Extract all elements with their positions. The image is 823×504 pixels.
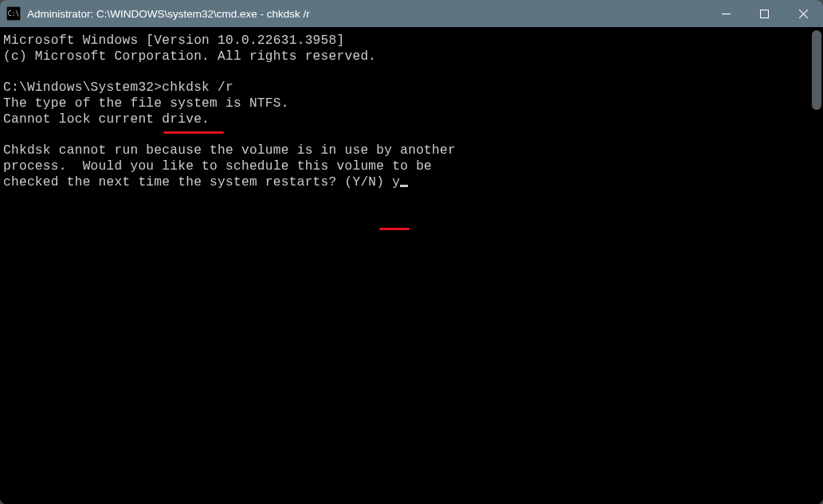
titlebar[interactable]: C:\ Administrator: C:\WINDOWS\system32\c…: [0, 0, 823, 27]
terminal-output[interactable]: Microsoft Windows [Version 10.0.22631.39…: [0, 27, 823, 504]
cursor: [400, 185, 408, 187]
window-title: Administrator: C:\WINDOWS\system32\cmd.e…: [27, 8, 707, 20]
user-input: y: [392, 175, 400, 189]
minimize-icon: [722, 10, 731, 18]
close-icon: [799, 10, 808, 18]
minimize-button[interactable]: [707, 0, 745, 27]
output-line: checked the next time the system restart…: [3, 175, 392, 189]
prompt-text: C:\Windows\System32>: [3, 80, 162, 95]
maximize-button[interactable]: [745, 0, 783, 27]
output-line: Chkdsk cannot run because the volume is …: [3, 143, 456, 158]
scrollbar-thumb[interactable]: [812, 30, 821, 110]
command-text: chkdsk /r: [162, 80, 233, 95]
maximize-icon: [760, 10, 769, 18]
scrollbar[interactable]: [810, 30, 821, 501]
content-area: Microsoft Windows [Version 10.0.22631.39…: [0, 27, 823, 504]
copyright-line: (c) Microsoft Corporation. All rights re…: [3, 49, 376, 64]
cmd-icon: C:\: [6, 6, 21, 21]
annotation-underline: [379, 228, 410, 230]
close-button[interactable]: [783, 0, 823, 27]
svg-rect-1: [760, 10, 768, 18]
output-line: The type of the file system is NTFS.: [3, 96, 289, 111]
output-line: process. Would you like to schedule this…: [3, 159, 432, 174]
cmd-window: C:\ Administrator: C:\WINDOWS\system32\c…: [0, 0, 823, 504]
version-line: Microsoft Windows [Version 10.0.22631.39…: [3, 33, 344, 48]
annotation-underline: [163, 131, 224, 134]
window-controls: [707, 0, 823, 27]
output-line: Cannot lock current drive.: [3, 112, 210, 127]
